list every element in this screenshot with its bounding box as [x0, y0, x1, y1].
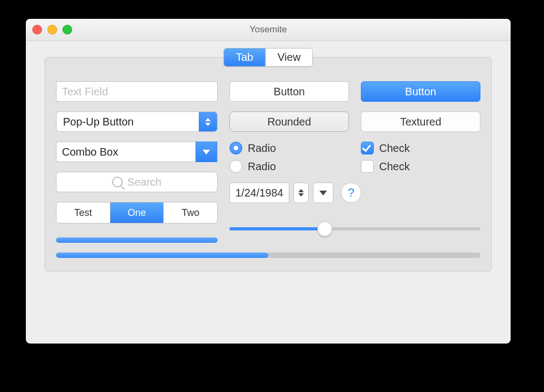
- titlebar: Yosemite: [26, 19, 511, 41]
- search-placeholder: Search: [127, 176, 161, 188]
- combo-box[interactable]: Combo Box: [56, 142, 218, 162]
- popup-button-label: Pop-Up Button: [63, 116, 134, 128]
- window-title: Yosemite: [249, 24, 287, 35]
- zoom-window-button[interactable]: [62, 25, 72, 34]
- combo-drop-button[interactable]: [196, 142, 217, 162]
- date-picker[interactable]: 1/24/1984: [229, 183, 289, 203]
- check-1-label: Check: [379, 142, 410, 155]
- arrow-up-icon: [298, 189, 304, 192]
- slider-knob[interactable]: [317, 221, 332, 236]
- chevron-down-icon: [319, 191, 327, 195]
- segmented-control: Test One Two: [56, 202, 218, 223]
- radio-icon: [229, 160, 242, 173]
- check-2-label: Check: [379, 160, 410, 173]
- checkbox-icon: [361, 160, 374, 173]
- column-right-wrap: Button Button Rounded Textured Radio: [229, 81, 480, 243]
- radio-2-label: Radio: [248, 160, 276, 173]
- disclosure-button[interactable]: [313, 183, 333, 203]
- search-field[interactable]: Search: [56, 172, 218, 192]
- minimize-window-button[interactable]: [47, 25, 57, 34]
- segment-test[interactable]: Test: [57, 202, 110, 223]
- rounded-button[interactable]: Rounded: [229, 111, 349, 132]
- textured-button[interactable]: Textured: [361, 111, 480, 132]
- check-1[interactable]: Check: [361, 142, 480, 155]
- combo-box-label: Combo Box: [62, 146, 118, 158]
- slider[interactable]: [229, 222, 480, 235]
- check-group: Check Check: [361, 142, 480, 173]
- arrow-down-icon: [298, 193, 304, 197]
- radio-1-label: Radio: [248, 142, 276, 155]
- tab-tab[interactable]: Tab: [224, 48, 265, 66]
- segment-one[interactable]: One: [110, 202, 164, 223]
- check-2[interactable]: Check: [361, 160, 480, 173]
- stepper[interactable]: [294, 183, 309, 203]
- text-field[interactable]: Text Field: [56, 81, 218, 102]
- radio-icon: [229, 142, 242, 155]
- progress-bar: [56, 253, 480, 258]
- top-button-row: Button Button: [229, 81, 480, 102]
- search-icon: [112, 177, 123, 187]
- date-row: 1/24/1984 ?: [229, 183, 480, 203]
- progress-fill: [56, 253, 268, 258]
- push-button[interactable]: Button: [229, 81, 349, 102]
- radio-check-row: Radio Radio Check: [229, 142, 480, 173]
- indeterminate-progress: [56, 237, 218, 243]
- tab-view-tab[interactable]: View: [265, 48, 312, 66]
- slider-fill: [229, 227, 325, 230]
- checkbox-icon: [361, 142, 374, 155]
- column-left: Text Field Pop-Up Button Combo Box: [56, 81, 218, 243]
- traffic-lights: [32, 25, 72, 34]
- popup-button[interactable]: Pop-Up Button: [56, 111, 218, 132]
- window: Yosemite Tab View Text Field Pop-Up Butt…: [26, 19, 511, 344]
- segment-two[interactable]: Two: [163, 202, 217, 223]
- tab-view: Tab View Text Field Pop-Up Button Combo …: [45, 57, 492, 271]
- help-button[interactable]: ?: [341, 183, 361, 203]
- radio-group: Radio Radio: [229, 142, 349, 173]
- default-button[interactable]: Button: [361, 81, 480, 102]
- updown-arrows-icon: [199, 112, 217, 131]
- columns: Text Field Pop-Up Button Combo Box: [56, 81, 480, 243]
- close-window-button[interactable]: [32, 25, 42, 34]
- radio-2[interactable]: Radio: [229, 160, 349, 173]
- content-area: Tab View Text Field Pop-Up Button Combo …: [26, 41, 511, 285]
- radio-1[interactable]: Radio: [229, 142, 349, 155]
- chevron-down-icon: [203, 150, 210, 155]
- tab-switcher: Tab View: [224, 48, 313, 67]
- style-button-row: Rounded Textured: [229, 111, 480, 132]
